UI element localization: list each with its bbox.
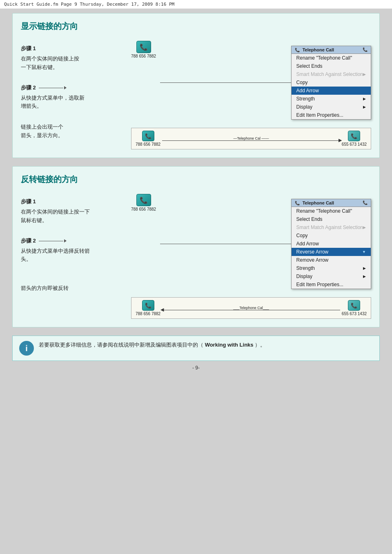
section2-phone-left: 📞 788 656 7882 [131, 194, 156, 211]
section1-step1-text: 在两个实体间的链接上按一下鼠标右键。 [21, 55, 123, 72]
section2-phone1-num: 788 656 7882 [131, 207, 156, 211]
section1-steps-left: 步骤 1 在两个实体间的链接上按一下鼠标右键。 步骤 2 从快捷方式菜单中，选取… [21, 41, 123, 140]
info-text: 若要获取更多详细信息，请参阅在线说明中新增及编辑图表项目中的（ Working … [39, 341, 265, 349]
section2-result-line: ◀ [162, 310, 340, 310]
section2-menu-title: 📞 Telephone Call 📞 [292, 199, 371, 207]
section2-steps-container: 步骤 1 在两个实体间的链接上按一下鼠标右键。 步骤 2 从快捷方式菜单中选择反… [21, 194, 371, 319]
info-text-bold: Working with Links [205, 342, 254, 348]
section1-phone-left: 📞 788 656 7882 [131, 41, 156, 58]
section1-card: 显示链接的方向 步骤 1 在两个实体间的链接上按一下鼠标右键。 步骤 2 从快捷… [12, 13, 380, 158]
page-number: - 9- [12, 365, 380, 375]
section2-ctx-menu: 📞 Telephone Call 📞 Rename "Telephone Cal… [291, 199, 371, 289]
section1-step1-label: 步骤 1 [21, 45, 123, 52]
s2-menu-item-strength[interactable]: Strength ▶ [292, 264, 371, 272]
section1-result-line: ▶ [162, 140, 340, 141]
section1-hline [160, 82, 291, 83]
info-text-main: 若要获取更多详细信息，请参阅在线说明中新增及编辑图表项目中的（ [39, 342, 203, 348]
section1-steps-container: 步骤 1 在两个实体间的链接上按一下鼠标右键。 步骤 2 从快捷方式菜单中，选取… [21, 41, 371, 149]
section2-step2-label: 步骤 2 [21, 237, 123, 245]
section1-result-connector: —Telephone Cal —— ▶ [160, 136, 342, 141]
menu-item-strength[interactable]: Strength ▶ [292, 95, 371, 103]
menu-item-select-ends[interactable]: Select Ends [292, 62, 371, 70]
section2-result-text: 箭头的方向即被反转 [21, 284, 123, 293]
s2-menu-item-display[interactable]: Display ▶ [292, 272, 371, 280]
s2-menu-item-reverse-arrow[interactable]: Reverse Arrow ▼ [292, 248, 371, 256]
section2-result-phone-right: 📞 655 673 1432 [342, 300, 367, 316]
section2-hline [160, 244, 291, 244]
info-icon: i [19, 341, 34, 356]
info-text-end: ）。 [255, 342, 265, 348]
section2-result-phone-left: 📞 788 656 7882 [136, 300, 160, 316]
section2-steps-right: 📞 788 656 7882 📞 Telephone Call [131, 194, 371, 319]
section2-arrow-diagram: 📞 788 656 7882 ___Telephone Cal___ ◀ 📞 6… [131, 297, 371, 319]
section2-step1-text: 在两个实体间的链接上按一下鼠标右键。 [21, 208, 123, 225]
section1-result-phone-right: 📞 655 673 1432 [342, 131, 367, 147]
section2-result-diagram: 📞 788 656 7882 ___Telephone Cal___ ◀ 📞 6… [131, 297, 371, 319]
s2-menu-item-rename[interactable]: Rename "Telephone Call" [292, 207, 371, 215]
s2-menu-item-copy[interactable]: Copy [292, 231, 371, 240]
section1-step1-diagram: 📞 788 656 7882 📞 Telephone C [131, 41, 371, 120]
section2-step1-diagram: 📞 788 656 7882 📞 Telephone Call [131, 194, 371, 289]
section2-result-phone2-num: 655 673 1432 [342, 311, 367, 316]
s2-menu-item-smart-match[interactable]: Smart Match Against Selection ▶ [292, 223, 371, 231]
section2-title: 反转链接的方向 [21, 174, 371, 187]
s2-menu-item-edit[interactable]: Edit Item Properties... [292, 280, 371, 289]
section2-result-phone1-num: 788 656 7882 [136, 311, 160, 316]
s2-menu-item-select-ends[interactable]: Select Ends [292, 215, 371, 223]
section1-phone1-num: 788 656 7882 [131, 54, 156, 58]
menu-item-display[interactable]: Display ▶ [292, 103, 371, 111]
section2-phone-icon-left: 📞 [136, 194, 151, 206]
section1-step2-text: 从快捷方式菜单中，选取新增箭头。 [21, 94, 123, 111]
section2-step1-label: 步骤 1 [21, 198, 123, 205]
section1-result-phone-icon-left: 📞 [142, 131, 154, 141]
section2-result-phone-icon-left: 📞 [142, 300, 154, 311]
section2-title-line: 📞 Telephone Call 📞 Rename "Telephone Cal… [160, 199, 371, 289]
section1-title-line: 📞 Telephone Call 📞 Rename "Telephone Cal… [160, 46, 371, 120]
menu-item-copy[interactable]: Copy [292, 78, 371, 87]
section1-arrow-diagram: 📞 788 656 7882 —Telephone Cal —— ▶ 📞 655… [131, 128, 371, 149]
section2-card: 反转链接的方向 步骤 1 在两个实体间的链接上按一下鼠标右键。 步骤 2 从快捷… [12, 166, 380, 327]
section1-connector: 📞 Telephone Call 📞 Rename "Telephone Cal… [160, 46, 371, 120]
menu-item-edit[interactable]: Edit Item Properties... [292, 111, 371, 119]
section2-result-connector: ___Telephone Cal___ ◀ [160, 306, 342, 310]
menu-item-smart-match[interactable]: Smart Match Against Selection ▶ [292, 70, 371, 78]
phone-icon-left: 📞 [136, 41, 151, 53]
s2-menu-item-add-arrow[interactable]: Add Arrow [292, 240, 371, 248]
section1-result-phone-icon-right: 📞 [348, 131, 360, 141]
menu-item-rename[interactable]: Rename "Telephone Call" [292, 54, 371, 62]
section2-step2-text: 从快捷方式菜单中选择反转箭头。 [21, 247, 123, 264]
section1-result-diagram: 📞 788 656 7882 —Telephone Cal —— ▶ 📞 655… [131, 128, 371, 149]
header-text: Quick Start Guide.fm Page 9 Thursday, De… [4, 2, 174, 7]
section1-result-phone2-num: 655 673 1432 [342, 142, 367, 147]
section1-result-phone-left: 📞 788 656 7882 [136, 131, 160, 147]
section1-result-link-label: —Telephone Cal —— [162, 136, 340, 140]
section1-step2-label: 步骤 2 [21, 84, 123, 91]
section2-steps-left: 步骤 1 在两个实体间的链接上按一下鼠标右键。 步骤 2 从快捷方式菜单中选择反… [21, 194, 123, 293]
section2-connector: 📞 Telephone Call 📞 Rename "Telephone Cal… [160, 199, 371, 289]
info-box: i 若要获取更多详细信息，请参阅在线说明中新增及编辑图表项目中的（ Workin… [12, 336, 380, 361]
section1-result-phone1-num: 788 656 7882 [136, 142, 160, 147]
section1-ctx-menu: 📞 Telephone Call 📞 Rename "Telephone Cal… [291, 46, 371, 120]
section2-result-phone-icon-right: 📞 [348, 300, 360, 311]
page-header: Quick Start Guide.fm Page 9 Thursday, De… [0, 0, 392, 9]
section1-steps-right: 📞 788 656 7882 📞 Telephone C [131, 41, 371, 149]
section1-result-text: 链接上会出现一个箭头，显示方向。 [21, 123, 123, 140]
s2-menu-item-remove-arrow[interactable]: Remove Arrow [292, 256, 371, 264]
section1-menu-title: 📞 Telephone Call 📞 [292, 46, 371, 54]
menu-item-add-arrow[interactable]: Add Arrow [292, 87, 371, 95]
section1-title: 显示链接的方向 [21, 21, 371, 33]
section2-result-link-label: ___Telephone Cal___ [162, 306, 340, 310]
